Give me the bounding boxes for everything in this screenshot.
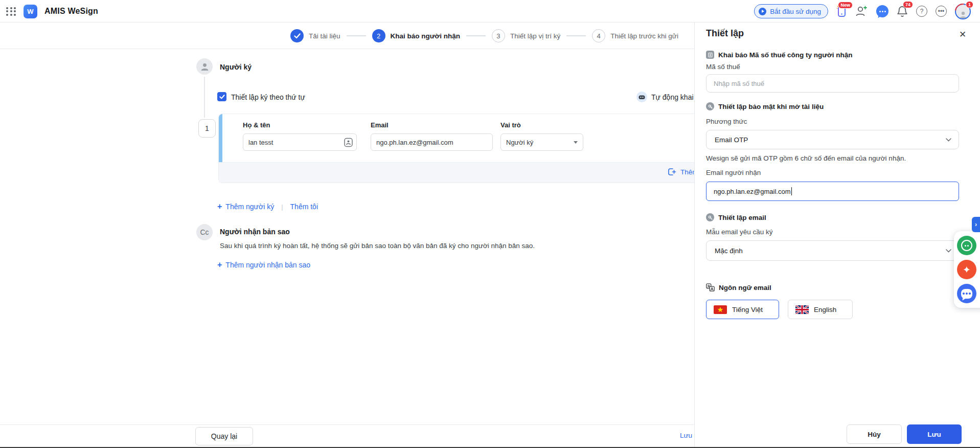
person-icon — [200, 62, 209, 71]
play-icon — [759, 8, 766, 15]
avatar-badge: 1 — [966, 1, 973, 8]
cc-badge: Cc — [196, 224, 213, 240]
settings-panel: Thiết lập ✕ Khai báo Mã số thuế công ty … — [694, 23, 980, 448]
new-badge: New — [838, 2, 853, 9]
tax-code-input[interactable] — [706, 74, 959, 93]
signer-row-card: 1 Họ & tên Email Vai trò Người ký — [218, 114, 694, 183]
ellipsis-icon: ••• — [936, 6, 947, 17]
language-section-header: Ngôn ngữ email — [706, 283, 771, 292]
step-presend-setup[interactable]: 4 Thiết lập trước khi gửi — [592, 29, 678, 42]
contact-book-icon[interactable] — [344, 138, 353, 147]
section-connector-line — [204, 77, 205, 118]
vietnam-flag-icon — [714, 305, 727, 314]
add-signer-link[interactable]: + Thêm người ký — [217, 203, 274, 211]
caret-down-icon — [574, 141, 578, 144]
wesign-logo[interactable]: W — [24, 5, 37, 18]
language-option-english[interactable]: English — [788, 300, 853, 319]
step-upload-document[interactable]: Tải tài liệu — [290, 29, 340, 42]
step-done-check-icon — [290, 29, 304, 42]
sign-order-checkbox-label[interactable]: Thiết lập ký theo thứ tự — [231, 93, 305, 101]
collapse-panel-tab[interactable]: › — [972, 217, 980, 232]
invite-user-button[interactable] — [855, 5, 868, 17]
check-icon — [219, 95, 225, 99]
person-add-icon — [855, 5, 868, 17]
close-icon[interactable]: ✕ — [958, 30, 968, 40]
support-widget-dock: ✦ — [954, 231, 980, 308]
help-button[interactable]: ? — [916, 6, 927, 17]
autofill-toggle[interactable]: Tự động khai b — [636, 92, 694, 102]
signer-accent-bar — [219, 114, 222, 163]
cc-section-title: Người nhận bản sao — [220, 228, 290, 236]
tax-section-header: Khai báo Mã số thuế công ty người nhận — [706, 51, 852, 59]
whats-new-button[interactable]: New — [836, 5, 847, 17]
signer-email-input[interactable] — [371, 133, 493, 151]
app-launcher-grid-icon[interactable] — [6, 7, 16, 16]
add-signer-inline-button[interactable]: Thêm — [668, 168, 694, 176]
uk-flag-icon — [795, 305, 809, 314]
add-me-link[interactable]: Thêm tôi — [290, 203, 318, 211]
tax-code-label: Mã số thuế — [706, 63, 740, 71]
otp-help-text: Wesign sẽ gửi mã OTP gồm 6 chữ số đến em… — [706, 154, 906, 162]
step-declare-recipients[interactable]: 2 Khai báo người nhận — [372, 29, 460, 42]
headset-chat-icon — [961, 240, 972, 251]
panel-title: Thiết lập — [706, 28, 744, 39]
language-option-vietnamese[interactable]: Tiếng Việt — [706, 300, 779, 319]
translate-icon — [706, 283, 715, 292]
chat-bubble-icon — [876, 5, 888, 17]
top-header-bar: W AMIS WeSign Bắt đầu sử dụng New — [0, 0, 980, 23]
email-template-select[interactable]: Mặc định — [706, 240, 959, 261]
more-options-button[interactable]: ••• — [936, 6, 947, 17]
plus-icon: + — [217, 203, 222, 210]
get-started-button[interactable]: Bắt đầu sử dụng — [754, 4, 828, 18]
back-button[interactable]: Quay lại — [195, 427, 253, 445]
recipient-email-label: Email người nhận — [706, 169, 761, 176]
recipients-main-content: Người ký Thiết lập ký theo thứ tự Tự độn… — [0, 49, 694, 448]
support-chat-button[interactable] — [957, 236, 976, 255]
feedback-chat-button[interactable] — [957, 284, 976, 303]
signers-section-title: Người ký — [220, 63, 252, 71]
person-icon — [959, 11, 967, 18]
signer-avatar-icon — [196, 58, 213, 75]
cancel-button[interactable]: Hủy — [847, 424, 902, 444]
step-connector — [566, 35, 586, 36]
security-key-icon — [706, 102, 714, 110]
company-tax-icon — [706, 51, 714, 59]
main-footer-bar: Quay lại Lưu — [0, 424, 694, 448]
robot-icon — [636, 92, 647, 102]
add-cc-recipient-link[interactable]: + Thêm người nhận bản sao — [217, 261, 310, 269]
plus-icon: + — [217, 261, 222, 268]
signer-order-number: 1 — [198, 119, 216, 138]
add-person-icon — [668, 168, 676, 176]
notification-count-badge: 74 — [903, 1, 913, 8]
cc-description: Sau khi quá trình ký hoàn tất, hệ thống … — [220, 242, 598, 250]
column-header-email: Email — [371, 121, 389, 129]
recipient-email-input[interactable]: ngo.ph.lan.ez@gmail.com — [706, 182, 959, 201]
save-button[interactable]: Lưu — [907, 424, 962, 444]
save-draft-link[interactable]: Lưu — [680, 432, 692, 439]
question-icon: ? — [916, 6, 927, 17]
signer-card-footer: Thêm — [219, 162, 694, 183]
messenger-button[interactable] — [876, 5, 888, 17]
step-connector — [466, 35, 486, 36]
wesign-app-window: W AMIS WeSign Bắt đầu sử dụng New — [0, 0, 980, 448]
step-connector — [347, 35, 366, 36]
signer-name-input[interactable] — [243, 133, 357, 151]
wizard-stepper-bar: Tải tài liệu 2 Khai báo người nhận 3 Thi… — [0, 23, 694, 49]
signer-role-select[interactable]: Người ký — [500, 133, 583, 151]
sign-order-checkbox[interactable] — [217, 92, 226, 101]
sparkle-icon: ✦ — [963, 265, 971, 275]
chevron-down-icon — [946, 138, 951, 142]
speech-bubble-icon — [961, 289, 972, 299]
security-section-header: Thiết lập bảo mật khi mở tài liệu — [706, 102, 824, 110]
ai-assistant-button[interactable]: ✦ — [957, 260, 976, 279]
link-separator: | — [281, 203, 283, 211]
notifications-button[interactable]: 74 — [897, 5, 908, 17]
step-signature-position[interactable]: 3 Thiết lập vị trí ký — [492, 29, 560, 42]
otp-method-select[interactable]: Email OTP — [706, 130, 959, 149]
email-settings-icon — [706, 213, 714, 221]
user-avatar[interactable]: 1 — [955, 4, 971, 19]
chevron-down-icon — [946, 249, 951, 253]
text-cursor — [791, 187, 792, 195]
email-template-label: Mẫu email yêu cầu ký — [706, 228, 773, 236]
method-label: Phương thức — [706, 118, 747, 125]
